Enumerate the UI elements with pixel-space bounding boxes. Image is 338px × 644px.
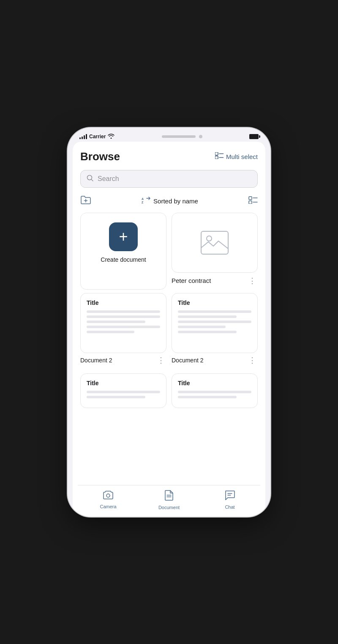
nav-chat[interactable]: Chat: [215, 490, 245, 510]
doc2-right-name-row: Document 2 ⋮: [172, 353, 258, 370]
svg-rect-11: [249, 197, 252, 200]
svg-rect-15: [201, 231, 228, 254]
status-bar: Carrier: [68, 128, 270, 142]
search-icon: [87, 175, 93, 183]
doc-line: [178, 310, 251, 313]
doc2-right-name: Document 2: [172, 357, 203, 364]
doc2-right-title: Title: [178, 299, 251, 306]
doc2-right-container: Title Document 2 ⋮: [172, 293, 258, 370]
doc2-left-title: Title: [87, 299, 160, 306]
multi-select-icon: [215, 152, 224, 161]
doc-line: [178, 315, 237, 318]
search-input[interactable]: Search: [80, 170, 258, 188]
status-right: [249, 134, 259, 139]
bottom-nav: Camera Document: [78, 485, 260, 517]
carrier-label: Carrier: [89, 134, 106, 140]
sort-button[interactable]: A Z Sorted by name: [142, 196, 198, 206]
peter-contract-card[interactable]: [172, 213, 258, 273]
scroll-area: Browse Multi select: [73, 142, 265, 485]
doc2-right-card[interactable]: Title: [172, 293, 258, 353]
document-icon: [164, 490, 174, 503]
header: Browse Multi select: [80, 150, 258, 163]
peter-contract-name-row: Peter contract ⋮: [172, 273, 258, 290]
wifi-icon: [108, 134, 114, 140]
create-document-card[interactable]: + Create document: [80, 213, 166, 290]
toolbar-left: [80, 195, 91, 207]
doc-line: [87, 326, 160, 328]
doc2-right-more-button[interactable]: ⋮: [247, 355, 258, 366]
svg-point-17: [106, 494, 110, 497]
doc-line: [87, 396, 145, 398]
chat-icon: [224, 490, 235, 503]
doc3-left-title: Title: [87, 380, 160, 386]
svg-rect-12: [249, 201, 252, 204]
notch-pill: [162, 135, 196, 138]
main-content: Browse Multi select: [73, 142, 265, 517]
svg-text:A: A: [142, 197, 144, 200]
doc-line: [87, 391, 160, 393]
peter-contract-more-button[interactable]: ⋮: [247, 275, 258, 286]
search-placeholder: Search: [98, 175, 119, 183]
battery-icon: [249, 134, 259, 139]
phone-inner: Carrier: [68, 128, 270, 517]
toolbar: A Z Sorted by name: [80, 195, 258, 207]
sort-az-icon: A Z: [142, 196, 151, 206]
svg-rect-0: [215, 152, 218, 155]
doc-line: [178, 321, 251, 323]
svg-point-16: [207, 236, 212, 241]
phone-frame: Carrier: [68, 128, 270, 517]
third-doc-row: Title Title: [80, 373, 258, 408]
doc2-left-more-button[interactable]: ⋮: [155, 355, 166, 366]
camera-icon: [103, 491, 114, 502]
doc2-left-container: Title Document 2 ⋮: [80, 293, 166, 370]
page-title: Browse: [80, 150, 120, 163]
doc-line: [87, 315, 160, 318]
image-placeholder-icon: [200, 230, 229, 255]
svg-rect-2: [215, 156, 218, 159]
doc2-left-name: Document 2: [80, 357, 112, 364]
create-plus-icon: +: [109, 222, 138, 251]
nav-camera[interactable]: Camera: [93, 491, 123, 509]
sort-label: Sorted by name: [153, 197, 198, 205]
camera-nav-label: Camera: [100, 504, 116, 509]
doc3-right-card[interactable]: Title: [172, 373, 258, 408]
document-nav-label: Document: [158, 505, 180, 510]
doc-line: [178, 331, 237, 333]
doc-line: [87, 321, 145, 323]
doc-line: [178, 326, 226, 328]
doc-line: [87, 310, 160, 313]
doc-line: [178, 396, 237, 398]
nav-document[interactable]: Document: [154, 490, 184, 510]
view-toggle-button[interactable]: [248, 196, 258, 206]
first-doc-row: + Create document: [80, 213, 258, 290]
signal-bars-icon: [79, 134, 87, 139]
doc-line: [87, 331, 134, 333]
peter-contract-image-card: Peter contract ⋮: [172, 213, 258, 290]
peter-contract-name: Peter contract: [172, 277, 211, 284]
doc2-left-name-row: Document 2 ⋮: [80, 353, 166, 370]
svg-text:Z: Z: [142, 201, 144, 204]
create-doc-label: Create document: [101, 256, 146, 263]
status-left: Carrier: [79, 134, 114, 140]
multi-select-label: Multi select: [226, 153, 258, 160]
doc2-left-card[interactable]: Title: [80, 293, 166, 353]
grid-view-icon: [248, 197, 258, 206]
svg-line-5: [91, 179, 93, 181]
multi-select-button[interactable]: Multi select: [215, 152, 258, 161]
doc-line: [178, 391, 251, 393]
doc3-left-card[interactable]: Title: [80, 373, 166, 408]
camera-dot: [199, 135, 202, 138]
status-center: [162, 135, 202, 138]
doc3-right-title: Title: [178, 380, 251, 386]
folder-add-icon[interactable]: [80, 195, 91, 207]
second-doc-row: Title Document 2 ⋮: [80, 293, 258, 370]
chat-nav-label: Chat: [225, 504, 234, 510]
